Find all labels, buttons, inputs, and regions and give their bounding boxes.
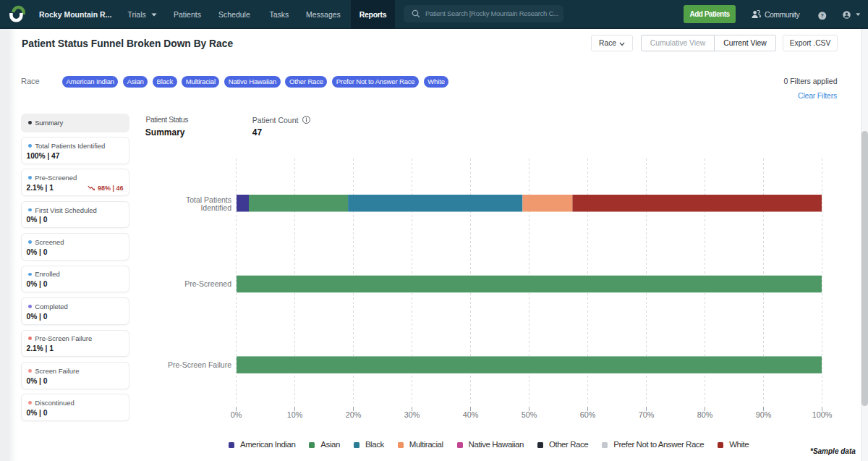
svg-text:10%: 10% xyxy=(287,410,303,419)
svg-text:Pre-Screened: Pre-Screened xyxy=(184,279,231,288)
svg-text:Pre-Screen Failure: Pre-Screen Failure xyxy=(168,360,231,369)
svg-text:30%: 30% xyxy=(404,410,420,419)
svg-text:50%: 50% xyxy=(522,410,537,419)
svg-text:40%: 40% xyxy=(463,410,479,419)
svg-text:80%: 80% xyxy=(697,410,713,419)
svg-text:Identified: Identified xyxy=(200,203,231,212)
svg-text:100%: 100% xyxy=(812,410,833,419)
svg-text:60%: 60% xyxy=(580,410,596,419)
svg-text:0%: 0% xyxy=(231,410,242,419)
svg-text:90%: 90% xyxy=(756,410,772,419)
svg-text:20%: 20% xyxy=(346,410,362,419)
svg-text:70%: 70% xyxy=(639,410,655,419)
